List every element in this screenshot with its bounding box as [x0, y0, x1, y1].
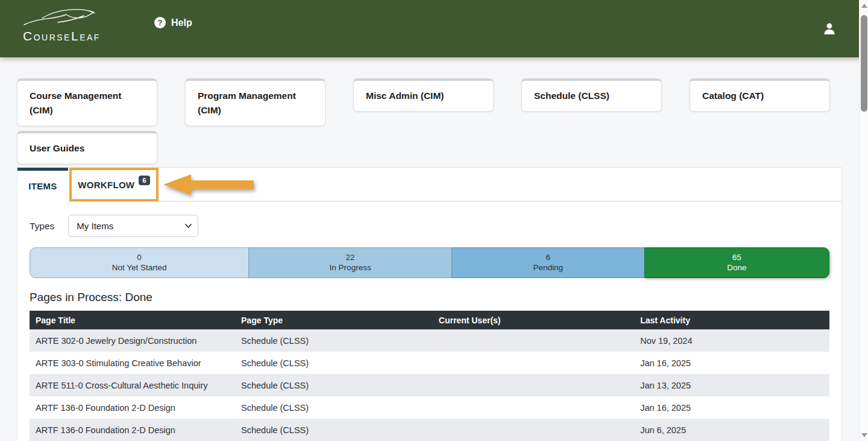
segment-count: 65	[732, 253, 741, 263]
brand-wordmark: COURSELEAF	[23, 29, 101, 43]
column-last-activity: Last Activity	[634, 311, 829, 329]
cell-last-activity: Jan 16, 2025	[634, 396, 829, 419]
column-current-users: Current User(s)	[433, 311, 634, 329]
scrollbar-thumb[interactable]	[861, 15, 867, 112]
status-segment-in-progress[interactable]: 22 In Progress	[248, 247, 452, 278]
cell-page-title: ARTF 136-0 Foundation 2-D Design	[30, 419, 235, 441]
leaf-swoosh-icon	[23, 7, 99, 28]
types-label: Types	[30, 221, 54, 232]
cell-last-activity: Jun 6, 2025	[634, 419, 829, 441]
person-icon	[821, 21, 838, 37]
segment-label: Not Yet Started	[112, 263, 167, 273]
cell-page-type: Schedule (CLSS)	[235, 352, 433, 374]
segment-label: Pending	[533, 263, 564, 273]
help-button[interactable]: ? Help	[154, 17, 192, 28]
cell-current-users	[433, 419, 634, 441]
types-select-wrap: My Items	[68, 215, 198, 237]
workflow-status-bar: 0 Not Yet Started 22 In Progress 6 Pendi…	[30, 247, 829, 278]
segment-count: 22	[346, 253, 355, 263]
cell-current-users	[433, 374, 634, 396]
help-label: Help	[171, 17, 192, 28]
pages-table: Page Title Page Type Current User(s) Las…	[30, 311, 829, 441]
segment-label: Done	[727, 263, 746, 273]
workflow-count-badge: 6	[139, 176, 149, 185]
card-course-management[interactable]: Course Management (CIM)	[17, 78, 157, 126]
segment-count: 0	[137, 253, 142, 263]
cell-page-title: ARTF 136-0 Foundation 2-D Design	[30, 396, 235, 419]
question-mark-icon: ?	[154, 17, 166, 28]
segment-label: In Progress	[330, 263, 371, 273]
column-page-title: Page Title	[30, 311, 235, 329]
courseleaf-logo[interactable]: COURSELEAF	[23, 6, 101, 49]
status-segment-not-yet-started[interactable]: 0 Not Yet Started	[30, 247, 249, 278]
cell-page-type: Schedule (CLSS)	[235, 374, 433, 396]
workflow-highlight-box: WORKFLOW 6	[69, 168, 159, 201]
card-program-management[interactable]: Program Management (CIM)	[185, 78, 326, 126]
tab-items[interactable]: ITEMS	[17, 168, 68, 201]
annotation-arrow-icon	[163, 173, 255, 197]
cell-last-activity: Nov 19, 2024	[634, 329, 829, 352]
cell-current-users	[433, 396, 634, 419]
module-card-grid: Course Management (CIM) Program Manageme…	[17, 78, 842, 164]
scroll-down-arrow-icon[interactable]	[861, 433, 867, 437]
status-segment-done[interactable]: 65 Done	[644, 247, 829, 278]
card-schedule-clss[interactable]: Schedule (CLSS)	[521, 78, 662, 112]
segment-count: 6	[546, 253, 551, 263]
cell-current-users	[433, 352, 634, 374]
tab-bar: ITEMS WORKFLOW 6	[17, 168, 841, 201]
types-select[interactable]: My Items	[68, 215, 198, 237]
scroll-up-arrow-icon[interactable]	[861, 4, 867, 8]
cell-last-activity: Jan 13, 2025	[634, 374, 829, 396]
dashboard-panel: ITEMS WORKFLOW 6 Types My Items	[17, 167, 842, 441]
cell-page-type: Schedule (CLSS)	[235, 329, 433, 352]
vertical-scrollbar[interactable]	[859, 0, 868, 441]
cell-page-title: ARTE 511-0 Cross-Cultural Aesthetic Inqu…	[30, 374, 235, 396]
user-account-button[interactable]	[821, 21, 838, 37]
cell-page-title: ARTE 302-0 Jewelry Design/Construction	[30, 329, 235, 352]
pages-in-process-heading: Pages in Process: Done	[30, 291, 829, 304]
cell-page-title: ARTE 303-0 Stimulating Creative Behavior	[30, 352, 235, 374]
card-misc-admin[interactable]: Misc Admin (CIM)	[353, 78, 494, 112]
app-header: COURSELEAF ? Help	[0, 0, 868, 57]
panel-content: Types My Items 0 Not Yet Started 22 In P…	[17, 201, 841, 441]
column-page-type: Page Type	[235, 311, 433, 329]
card-catalog-cat[interactable]: Catalog (CAT)	[690, 78, 830, 112]
cell-current-users	[433, 329, 634, 352]
table-header-row: Page Title Page Type Current User(s) Las…	[30, 311, 829, 329]
card-user-guides[interactable]: User Guides	[17, 131, 157, 164]
tab-workflow[interactable]: WORKFLOW 6	[78, 180, 149, 190]
table-row[interactable]: ARTF 136-0 Foundation 2-D Design Schedul…	[30, 419, 829, 441]
table-row[interactable]: ARTE 303-0 Stimulating Creative Behavior…	[30, 352, 829, 374]
workflow-label: WORKFLOW	[78, 180, 134, 190]
status-segment-pending[interactable]: 6 Pending	[451, 247, 645, 278]
table-row[interactable]: ARTE 511-0 Cross-Cultural Aesthetic Inqu…	[30, 374, 829, 396]
cell-page-type: Schedule (CLSS)	[235, 396, 433, 419]
types-filter-row: Types My Items	[30, 215, 829, 237]
cell-last-activity: Jan 16, 2025	[634, 352, 829, 374]
table-row[interactable]: ARTE 302-0 Jewelry Design/Construction S…	[30, 329, 829, 352]
table-row[interactable]: ARTF 136-0 Foundation 2-D Design Schedul…	[30, 396, 829, 419]
cell-page-type: Schedule (CLSS)	[235, 419, 433, 441]
